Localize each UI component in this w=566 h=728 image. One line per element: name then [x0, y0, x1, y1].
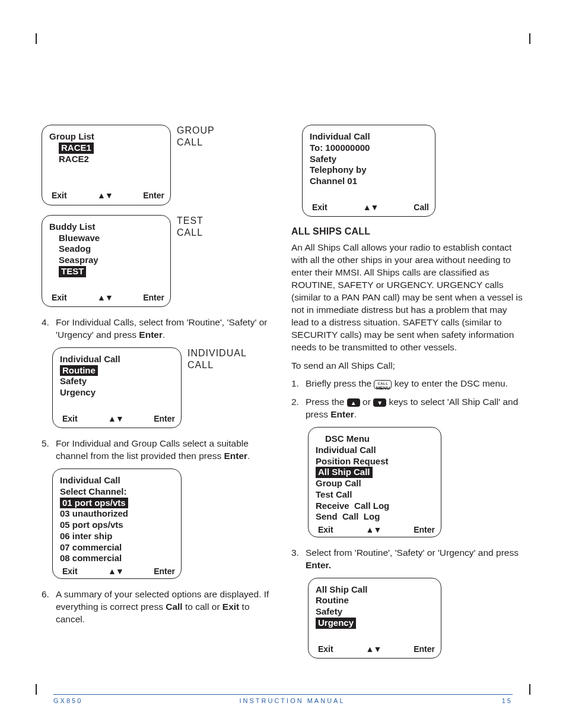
step-text: Select from 'Routine', 'Safety' or 'Urge…: [306, 547, 524, 572]
lcd-individual-call-priority: Individual Call Routine Safety Urgency E…: [52, 347, 182, 429]
softkey-exit: Exit: [318, 644, 333, 655]
softkey-arrows: ▲▼: [97, 191, 113, 201]
lcd-item: Seadog: [59, 243, 91, 255]
lcd-item: Urgency: [60, 387, 96, 398]
lcd-item: 06 inter ship: [60, 531, 112, 542]
side-label: INDIVIDUAL CALL: [187, 347, 247, 371]
softkey-exit: Exit: [62, 414, 78, 425]
lcd-item: Safety: [316, 606, 342, 618]
softkey-arrows: ▲▼: [366, 525, 381, 536]
softkey-enter: Enter: [414, 644, 435, 655]
softkey-arrows: ▲▼: [108, 414, 123, 425]
lcd-item: Group Call: [316, 478, 361, 489]
lcd-line: Telephony by: [310, 164, 367, 176]
lcd-item: 08 commercial: [60, 553, 122, 564]
lcd-item: RACE1: [59, 143, 94, 154]
lcd-title: Group List: [49, 131, 94, 143]
softkey-enter: Enter: [143, 293, 164, 303]
step-text: Press the ▲ or ▼ keys to select 'All Shi…: [306, 396, 524, 421]
softkey-exit: Exit: [62, 566, 78, 577]
lcd-select-channel: Individual Call Select Channel: 01 port …: [52, 469, 182, 579]
footer-page: 15: [502, 697, 513, 704]
lcd-item: Urgency: [316, 618, 356, 629]
up-key-icon: ▲: [347, 398, 360, 407]
softkey-enter: Enter: [143, 191, 164, 201]
softkey-enter: Enter: [154, 414, 175, 425]
lcd-title: Individual Call: [60, 354, 120, 365]
footer-model: GX850: [53, 697, 82, 704]
softkey-exit: Exit: [52, 293, 67, 303]
lcd-title: Individual Call: [60, 475, 120, 486]
lcd-call-summary: Individual Call To: 100000000 Safety Tel…: [302, 125, 435, 217]
softkey-exit: Exit: [52, 191, 67, 201]
footer-title: INSTRUCTION MANUAL: [239, 697, 345, 704]
step-number: 2.: [291, 396, 302, 421]
lcd-item: Safety: [60, 376, 87, 387]
lcd-all-ship-priority: All Ship Call Routine Safety Urgency Exi…: [308, 578, 441, 659]
lcd-title: Buddy List: [49, 221, 96, 233]
softkey-arrows: ▲▼: [108, 566, 123, 577]
lcd-item: Seaspray: [59, 255, 98, 266]
lcd-item: Individual Call: [316, 445, 376, 456]
lcd-item: Receive Call Log: [316, 501, 389, 512]
step-number: 4.: [42, 316, 52, 341]
lcd-line: Individual Call: [310, 131, 370, 143]
lcd-dsc-menu: DSC Menu Individual Call Position Reques…: [308, 427, 441, 537]
side-label: GROUP CALL: [177, 125, 215, 148]
lcd-line: Safety: [310, 154, 336, 165]
step-number: 5.: [42, 438, 52, 463]
lcd-buddy-list: Buddy List Bluewave Seadog Seaspray TEST…: [42, 215, 171, 307]
page-footer: GX850 INSTRUCTION MANUAL 15: [53, 694, 513, 704]
lcd-subtitle: Select Channel:: [60, 486, 127, 498]
step-number: 1.: [291, 378, 302, 390]
down-key-icon: ▼: [373, 398, 386, 407]
lcd-group-list: Group List RACE1 RACE2 Exit ▲▼ Enter: [42, 125, 171, 205]
softkey-exit: Exit: [318, 525, 333, 536]
softkey-exit: Exit: [312, 202, 327, 213]
step-text: Briefly press the CALLMENU key to enter …: [306, 378, 508, 390]
softkey-arrows: ▲▼: [97, 293, 113, 303]
lcd-item: Position Request: [316, 456, 389, 467]
lcd-item: Test Call: [316, 489, 352, 501]
lcd-line: To: 100000000: [310, 143, 370, 154]
softkey-arrows: ▲▼: [366, 644, 381, 655]
lcd-item: 05 port ops/vts: [60, 520, 123, 531]
lcd-item: All Ship Call: [316, 467, 373, 478]
step-number: 3.: [291, 547, 302, 572]
step-text: For Individual Calls, select from 'Routi…: [56, 316, 275, 341]
lcd-title: All Ship Call: [316, 584, 368, 596]
lcd-item: Send Call Log: [316, 511, 380, 523]
lcd-item: Bluewave: [59, 233, 100, 244]
lcd-item: RACE2: [59, 154, 89, 165]
step-number: 6.: [42, 588, 52, 626]
lcd-title: DSC Menu: [325, 433, 370, 445]
softkey-call: Call: [414, 202, 429, 213]
lcd-item: 01 port ops/vts: [60, 498, 128, 509]
lcd-item: Routine: [60, 365, 98, 376]
step-text: For Individual and Group Calls select a …: [56, 438, 275, 463]
step-text: A summary of your selected options are d…: [56, 588, 275, 626]
section-heading: ALL SHIPS CALL: [291, 226, 524, 237]
softkey-enter: Enter: [154, 566, 175, 577]
lcd-item: TEST: [59, 266, 86, 277]
lcd-line: Channel 01: [310, 176, 357, 187]
side-label: TEST CALL: [177, 215, 203, 239]
body-paragraph: An All Ships Call allows your radio to e…: [291, 242, 524, 353]
lcd-item: Routine: [316, 595, 349, 606]
softkey-enter: Enter: [414, 525, 435, 536]
softkey-arrows: ▲▼: [363, 202, 379, 213]
lcd-item: 03 unauthorized: [60, 508, 128, 520]
call-menu-key-icon: CALLMENU: [374, 380, 392, 389]
body-lead: To send an All Ships Call;: [291, 360, 524, 372]
lcd-item: 07 commercial: [60, 542, 122, 553]
